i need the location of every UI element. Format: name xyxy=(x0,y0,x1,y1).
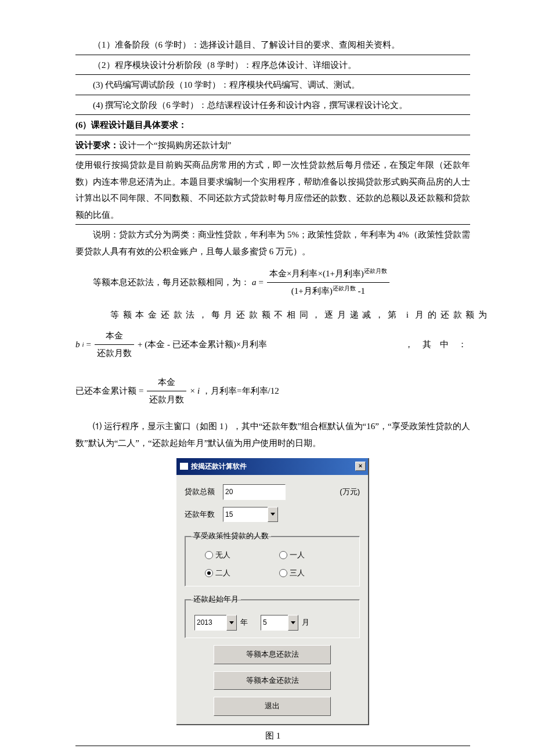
formula1-den-left: (1+月利率) xyxy=(291,286,333,296)
formula1-numerator: 本金×月利率×(1+月利率) xyxy=(269,269,364,278)
date-group: 还款起始年月 2013 年 5 月 xyxy=(185,592,360,638)
loan-amount-unit: (万元) xyxy=(340,485,360,499)
radio-two-label: 二人 xyxy=(215,566,230,581)
radio-icon xyxy=(205,551,213,559)
step-4: (4) 撰写论文阶段（6 学时）：总结课程设计任务和设计内容，撰写课程设计论文。 xyxy=(75,95,470,116)
equal-principal-button[interactable]: 等额本金还款法 xyxy=(214,671,331,690)
paragraph-1: 使用银行按揭贷款是目前购买商品房常用的方式，即一次性贷款然后每月偿还，在预定年限… xyxy=(75,155,470,225)
years-combo[interactable]: 15 xyxy=(223,507,278,523)
date-group-label: 还款起始年月 xyxy=(191,592,241,607)
app-icon xyxy=(180,463,188,470)
chevron-down-icon xyxy=(229,621,234,624)
month-unit: 月 xyxy=(302,615,309,630)
formula2-rest: + (本金 - 已还本金累计额)×月利率 xyxy=(138,336,267,353)
step-1: （1）准备阶段（6 学时）：选择设计题目、了解设计目的要求、查阅相关资料。 xyxy=(75,35,470,55)
formula1-den-exp: 还款月数 xyxy=(333,285,356,291)
loan-amount-row: 贷款总额 20 (万元) xyxy=(185,484,360,500)
chevron-down-icon xyxy=(270,513,275,516)
figure-caption: 图 1 xyxy=(75,725,470,744)
chevron-down-icon xyxy=(291,621,295,624)
exit-button[interactable]: 退出 xyxy=(214,697,331,716)
formula2-tail: ， 其 中 ： xyxy=(269,336,470,353)
years-label: 还款年数 xyxy=(185,507,223,522)
run-description: ⑴ 运行程序，显示主窗口（如图 1），其中“还款年数”组合框默认值为“16”，“… xyxy=(75,412,470,452)
formula3-i: i xyxy=(197,383,200,399)
close-button[interactable]: × xyxy=(355,462,366,471)
radio-two[interactable]: 二人 xyxy=(205,566,279,581)
loan-amount-input[interactable]: 20 xyxy=(223,484,286,500)
radio-three-label: 三人 xyxy=(290,566,305,581)
year-unit: 年 xyxy=(240,615,248,630)
formula1-den-right: -1 xyxy=(356,286,365,296)
app-body: 贷款总额 20 (万元) 还款年数 15 享受政策性贷款的人数 无人 xyxy=(176,475,368,724)
formula3-lhs: 已还本金累计额 xyxy=(75,383,136,399)
month-combo[interactable]: 5 xyxy=(261,615,298,631)
years-dropdown-button[interactable] xyxy=(268,507,278,523)
month-dropdown-button[interactable] xyxy=(288,615,298,631)
year-combo[interactable]: 2013 xyxy=(194,615,237,631)
formula1-fraction: 本金×月利率×(1+月利率)还款月数 (1+月利率)还款月数 -1 xyxy=(267,265,389,299)
figure-1: 按揭还款计算软件 × 贷款总额 20 (万元) 还款年数 15 享受政策性贷款的… xyxy=(75,458,470,746)
radio-one-label: 一人 xyxy=(290,548,305,563)
formula2-sub-i: i xyxy=(82,339,84,351)
formula2-lead-row: 等额本金还款法，每月还款额不相同，逐月递减，第 i 月的还款额为 xyxy=(75,304,470,323)
years-row: 还款年数 15 xyxy=(185,507,360,523)
section-6-title: (6）课程设计题目具体要求： xyxy=(75,115,470,135)
app-window: 按揭还款计算软件 × 贷款总额 20 (万元) 还款年数 15 享受政策性贷款的… xyxy=(176,458,369,725)
step-2: （2）程序模块设计分析阶段（8 学时）：程序总体设计、详细设计。 xyxy=(75,55,470,75)
equals-sign: = xyxy=(259,274,264,291)
formula1-a: a xyxy=(252,274,257,291)
equals-sign-3: = xyxy=(139,383,143,399)
radio-none-label: 无人 xyxy=(215,548,230,563)
radio-none[interactable]: 无人 xyxy=(205,548,279,563)
loan-amount-label: 贷款总额 xyxy=(185,485,223,499)
formula1-num-exp: 还款月数 xyxy=(364,268,387,274)
people-group-label: 享受政策性贷款的人数 xyxy=(191,529,271,543)
equals-sign-2: = xyxy=(86,336,91,353)
step-3: (3) 代码编写调试阶段（10 学时）：程序模块代码编写、调试、测试。 xyxy=(75,75,470,95)
formula3-fraction: 本金 还款月数 xyxy=(147,374,186,408)
formula2-lead: 等额本金还款法，每月还款额不相同，逐月递减，第 i 月的还款额为 xyxy=(93,307,488,323)
year-value[interactable]: 2013 xyxy=(194,615,226,631)
formula3-num: 本金 xyxy=(147,374,186,391)
radio-icon xyxy=(279,551,287,559)
formula3-xi: × xyxy=(190,383,194,399)
design-requirement-text: 设计一个“按揭购房还款计划” xyxy=(119,141,231,150)
radio-three[interactable]: 三人 xyxy=(279,566,353,581)
formula3-tail: ，月利率=年利率/12 xyxy=(202,383,279,399)
formula-accumulated: 已还本金累计额 = 本金 还款月数 × i ，月利率=年利率/12 xyxy=(75,366,470,412)
radio-one[interactable]: 一人 xyxy=(279,548,353,563)
people-group: 享受政策性贷款的人数 无人 一人 二人 xyxy=(185,529,360,586)
titlebar: 按揭还款计算软件 × xyxy=(176,458,368,475)
equal-interest-button[interactable]: 等额本息还款法 xyxy=(214,645,331,664)
radio-icon xyxy=(205,569,213,577)
formula-equal-principal: bi = 本金 还款月数 + (本金 - 已还本金累计额)×月利率 ， 其 中 … xyxy=(75,323,470,366)
year-dropdown-button[interactable] xyxy=(226,615,237,631)
month-value[interactable]: 5 xyxy=(261,615,288,631)
formula3-den: 还款月数 xyxy=(147,391,186,408)
paragraph-2: 说明：贷款方式分为两类：商业性贷款，年利率为 5%；政策性贷款，年利率为 4%（… xyxy=(75,225,470,261)
formula1-lead: 等额本息还款法，每月还款额相同，为： xyxy=(93,274,250,291)
design-requirement-label: 设计要求： xyxy=(75,141,119,150)
radio-icon xyxy=(279,569,287,577)
formula2-b: b xyxy=(75,336,80,353)
formula2-den: 还款月数 xyxy=(95,345,134,362)
app-title: 按揭还款计算软件 xyxy=(191,460,247,473)
formula-equal-interest: 等额本息还款法，每月还款额相同，为： a = 本金×月利率×(1+月利率)还款月… xyxy=(75,261,470,304)
formula2-fraction: 本金 还款月数 xyxy=(95,327,134,361)
years-value[interactable]: 15 xyxy=(223,507,268,523)
design-requirement-row: 设计要求：设计一个“按揭购房还款计划” xyxy=(75,135,470,156)
formula2-num: 本金 xyxy=(95,327,134,345)
